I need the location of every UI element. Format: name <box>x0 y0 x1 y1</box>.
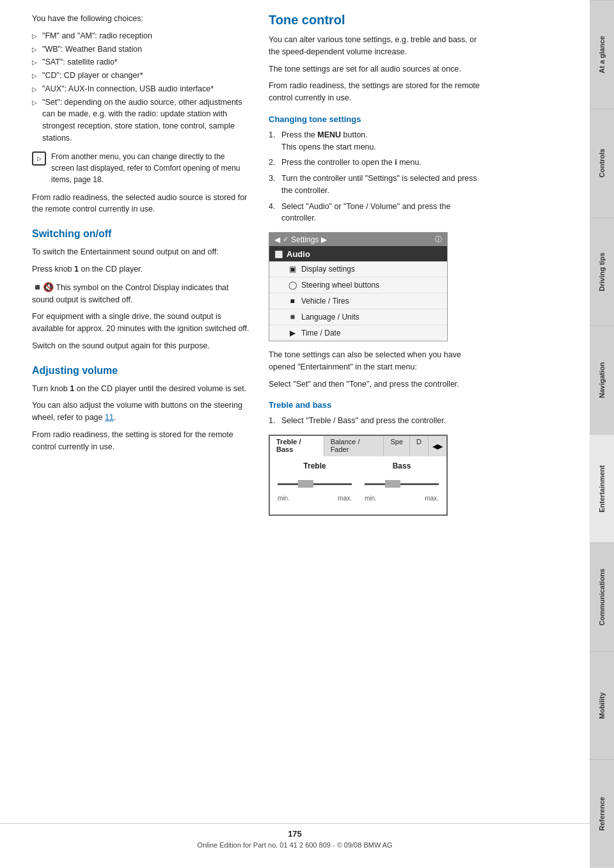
tab-arrows: ◀▶ <box>429 436 446 456</box>
list-item: "Set": depending on the audio source, ot… <box>32 97 249 144</box>
step-2: 2. Press the controller to open the i me… <box>269 157 486 169</box>
page-number: 175 <box>0 829 590 839</box>
switching-symbol: ◾🔇 This symbol on the Control Display in… <box>32 281 249 306</box>
bass-label: Bass <box>393 461 411 470</box>
main-content: You have the following choices: "FM" and… <box>0 0 590 868</box>
tab-treble-bass[interactable]: Treble / Bass <box>270 436 324 456</box>
steering-icon: ◯ <box>287 280 297 290</box>
bass-control: Bass min. max. <box>365 461 439 502</box>
settings-item-vehicle: ■ Vehicle / Tires <box>269 293 447 309</box>
intro-text: You have the following choices: <box>32 13 249 25</box>
steps-list: 1. Press the MENU button. This opens the… <box>269 129 486 224</box>
treble-step-1: 1. Select "Treble / Bass" and press the … <box>269 415 486 427</box>
switching-heading: Switching on/off <box>32 228 249 240</box>
adjusting-heading: Adjusting volume <box>32 365 249 376</box>
treble-labels: min. max. <box>278 495 352 502</box>
settings-menu: ◀ ✓ Settings ▶ ⓘ ▩ Audio ▣ Display setti… <box>269 232 448 341</box>
settings-item-steering: ◯ Steering wheel buttons <box>269 277 447 293</box>
changing-tone-heading: Changing tone settings <box>269 114 486 124</box>
switching-para1: To switch the Entertainment sound output… <box>32 246 249 258</box>
radio-readiness-para: From radio readiness, the selected audio… <box>32 192 249 216</box>
note-text: From another menu, you can change direct… <box>51 151 249 185</box>
note-box: From another menu, you can change direct… <box>32 151 249 185</box>
treble-steps: 1. Select "Treble / Bass" and press the … <box>269 415 486 427</box>
step-3: 3. Turn the controller until "Settings" … <box>269 173 486 197</box>
footer-text: Online Edition for Part no. 01 41 2 600 … <box>197 841 392 849</box>
bullet-list: "FM" and "AM": radio reception "WB": Wea… <box>32 30 249 144</box>
sidebar-tab-mobility[interactable]: Mobility <box>590 651 614 760</box>
sidebar: At a glance Controls Driving tips Naviga… <box>590 0 614 868</box>
settings-item-language: ◾ Language / Units <box>269 309 447 325</box>
page-wrapper: You have the following choices: "FM" and… <box>0 0 614 868</box>
tone-content: Treble min. max. <box>270 456 446 515</box>
tone-para3: From radio readiness, the settings are s… <box>269 80 486 104</box>
step-1: 1. Press the MENU button. This opens the… <box>269 129 486 153</box>
switching-para3: For equipment with a single drive, the s… <box>32 311 249 335</box>
note-icon <box>32 151 46 166</box>
step-4: 4. Select "Audio" or "Tone / Volume" and… <box>269 201 486 225</box>
settings-menu-title: ◀ ✓ Settings ▶ <box>274 235 327 244</box>
sidebar-tab-communications[interactable]: Communications <box>590 543 614 651</box>
right-column: Tone control You can alter various tone … <box>269 13 486 842</box>
sidebar-tab-entertainment[interactable]: Entertainment <box>590 434 614 543</box>
sidebar-tab-navigation[interactable]: Navigation <box>590 325 614 434</box>
display-icon: ▣ <box>287 264 297 274</box>
list-item: "FM" and "AM": radio reception <box>32 30 249 42</box>
list-item: "CD": CD player or changer* <box>32 70 249 82</box>
switching-para4: Switch on the sound output again for thi… <box>32 340 249 352</box>
settings-item-time: ▶ Time / Date <box>269 325 447 341</box>
settings-menu-header: ◀ ✓ Settings ▶ ⓘ <box>269 233 447 246</box>
sidebar-tab-at-a-glance[interactable]: At a glance <box>590 0 614 109</box>
tab-d[interactable]: D <box>410 436 429 456</box>
tone-control-image: Treble / Bass Balance / Fader Spe D ◀▶ <box>269 435 448 516</box>
language-icon: ◾ <box>287 312 297 322</box>
tone-para1: You can alter various tone settings, e.g… <box>269 34 486 58</box>
after-menu-para1: The tone settings can also be selected w… <box>269 349 486 373</box>
sidebar-tab-controls[interactable]: Controls <box>590 109 614 217</box>
tone-sliders-row: Treble min. max. <box>278 461 439 502</box>
list-item: "WB": Weather Band station <box>32 43 249 56</box>
settings-item-display: ▣ Display settings <box>269 261 447 277</box>
tone-para2: The tone settings are set for all audio … <box>269 63 486 75</box>
switching-para2: Press knob 1 on the CD player. <box>32 263 249 275</box>
page-ref-11[interactable]: 11 <box>105 413 114 422</box>
sidebar-tab-driving-tips[interactable]: Driving tips <box>590 217 614 326</box>
treble-label: Treble <box>303 461 326 470</box>
settings-menu-audio: ▩ Audio <box>269 246 447 261</box>
list-item: "SAT": satellite radio* <box>32 56 249 68</box>
treble-bass-heading: Treble and bass <box>269 400 486 410</box>
page-footer: 175 Online Edition for Part no. 01 41 2 … <box>0 823 590 849</box>
adjusting-para1: Turn knob 1 on the CD player until the d… <box>32 383 249 395</box>
vehicle-icon: ■ <box>287 296 297 306</box>
tab-balance-fader[interactable]: Balance / Fader <box>324 436 384 456</box>
bass-labels: min. max. <box>365 495 439 502</box>
after-menu-para2: Select "Set" and then "Tone", and press … <box>269 378 486 391</box>
list-item: "AUX": AUX-In connection, USB audio inte… <box>32 83 249 95</box>
sidebar-tab-reference[interactable]: Reference <box>590 759 614 868</box>
adjusting-para2: You can also adjust the volume with butt… <box>32 399 249 424</box>
tone-tabs: Treble / Bass Balance / Fader Spe D ◀▶ <box>270 436 446 456</box>
treble-control: Treble min. max. <box>278 461 352 502</box>
adjusting-para3: From radio readiness, the setting is sto… <box>32 429 249 453</box>
tab-speed[interactable]: Spe <box>384 436 410 456</box>
left-column: You have the following choices: "FM" and… <box>32 13 249 842</box>
tone-heading: Tone control <box>269 13 486 27</box>
time-icon: ▶ <box>287 328 297 338</box>
